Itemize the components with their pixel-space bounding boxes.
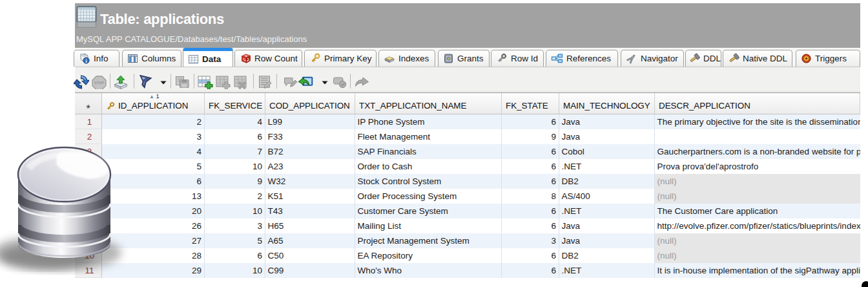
svg-text:STOP: STOP bbox=[94, 81, 104, 85]
